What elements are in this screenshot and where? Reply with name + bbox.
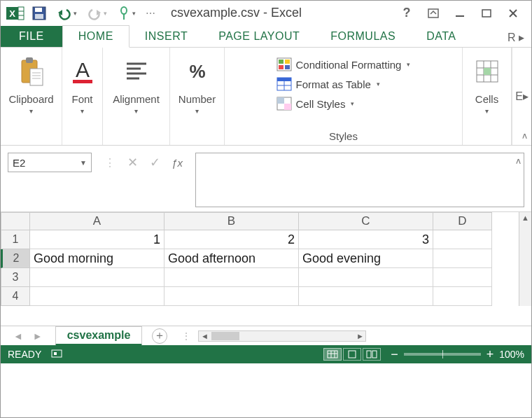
macro-record-icon[interactable] (51, 349, 62, 361)
dropdown-icon[interactable]: ▾ (485, 107, 489, 115)
svg-rect-49 (54, 352, 57, 355)
group-label: Font (71, 93, 92, 106)
formula-options-icon[interactable]: ⋮ (104, 156, 116, 169)
scroll-left-icon[interactable]: ◄ (199, 332, 210, 340)
row-header-4[interactable]: 4 (1, 287, 30, 306)
tab-insert[interactable]: INSERT (130, 26, 203, 47)
group-label: Cells (475, 93, 498, 106)
cell-c4[interactable] (299, 287, 433, 306)
zoom-slider[interactable] (404, 353, 481, 356)
name-box-dropdown-icon[interactable]: ▼ (80, 159, 87, 167)
ribbon-display-button[interactable] (426, 6, 440, 20)
expand-formula-bar-icon[interactable]: ʌ (516, 156, 521, 166)
cells-icon[interactable] (474, 52, 500, 90)
fx-icon[interactable]: ƒx (171, 157, 183, 169)
redo-button[interactable]: ▾ (84, 5, 110, 22)
close-button[interactable] (506, 6, 520, 20)
view-page-layout-icon[interactable] (343, 348, 361, 361)
col-header-b[interactable]: B (164, 212, 299, 230)
enter-icon[interactable]: ✓ (148, 155, 161, 170)
cell-a2[interactable]: Good morning (30, 249, 164, 268)
svg-rect-36 (277, 78, 291, 81)
paste-icon[interactable] (18, 52, 46, 90)
svg-rect-54 (349, 351, 356, 358)
cell-a4[interactable] (30, 287, 164, 306)
cell-a1[interactable]: 1 (30, 230, 164, 249)
cell-d3[interactable] (433, 268, 492, 287)
name-box[interactable]: E2 ▼ (8, 153, 92, 172)
dropdown-icon[interactable]: ▾ (80, 107, 84, 115)
zoom-level[interactable]: 100% (499, 349, 524, 360)
add-sheet-button[interactable]: ＋ (152, 328, 167, 344)
tab-overflow[interactable]: R ▸ (500, 28, 531, 47)
tab-page-layout[interactable]: PAGE LAYOUT (203, 26, 315, 47)
svg-rect-40 (277, 97, 284, 104)
cell-b1[interactable]: 2 (164, 230, 299, 249)
cell-styles-button[interactable]: Cell Styles▾ (276, 97, 411, 111)
cell-b3[interactable] (164, 268, 299, 287)
tab-file[interactable]: FILE (1, 26, 62, 47)
touch-mode-button[interactable]: ▾ (114, 4, 139, 22)
help-icon[interactable]: ? (400, 6, 414, 20)
cell-c1[interactable]: 3 (299, 230, 433, 249)
sheet-split-icon[interactable]: ⋮ (181, 330, 191, 342)
group-editing-overflow[interactable]: E▸ (512, 48, 531, 145)
conditional-formatting-button[interactable]: Conditional Formatting▾ (276, 57, 411, 71)
customize-qat-button[interactable]: ⋯ (143, 6, 158, 20)
window-controls: ? (400, 6, 526, 20)
cell-c2[interactable]: Good evening (299, 249, 433, 268)
tab-data[interactable]: DATA (411, 26, 471, 47)
svg-text:A: A (75, 58, 89, 81)
zoom-in-button[interactable]: + (486, 347, 494, 362)
view-page-break-icon[interactable] (363, 348, 381, 361)
sheet-tab-active[interactable]: csvexample (55, 326, 143, 346)
font-icon[interactable]: A (70, 52, 95, 90)
zoom-out-button[interactable]: − (391, 347, 398, 362)
sheet-prev-icon[interactable]: ◄ (13, 330, 23, 342)
vertical-scrollbar[interactable]: ▲ (519, 212, 531, 306)
cell-d1[interactable] (433, 230, 492, 249)
collapse-ribbon-icon[interactable]: ʌ (522, 131, 527, 141)
group-label: Clipboard (8, 93, 53, 106)
cell-b4[interactable] (164, 287, 299, 306)
row-header-1[interactable]: 1 (1, 230, 30, 249)
dropdown-icon[interactable]: ▾ (29, 107, 33, 115)
cell-a3[interactable] (30, 268, 164, 287)
cell-d2[interactable] (433, 249, 492, 268)
quick-access-toolbar: X ▾ ▾ ▾ ⋯ csvexample.csv - Excel ? (1, 1, 531, 25)
group-cells: Cells ▾ (463, 48, 512, 145)
column-headers: A B C D (1, 212, 519, 230)
formula-input[interactable]: ʌ (195, 153, 524, 207)
format-as-table-button[interactable]: Format as Table▾ (276, 77, 411, 91)
row-header-3[interactable]: 3 (1, 268, 30, 287)
cancel-icon[interactable]: ✕ (126, 155, 139, 170)
cell-d4[interactable] (433, 287, 492, 306)
row-header-2[interactable]: 2 (1, 249, 30, 268)
save-icon[interactable] (29, 4, 50, 22)
sheet-next-icon[interactable]: ► (33, 330, 43, 342)
scroll-right-icon[interactable]: ► (354, 332, 365, 340)
maximize-button[interactable] (479, 6, 493, 20)
col-header-c[interactable]: C (299, 212, 433, 230)
ribbon-tabs: FILE HOME INSERT PAGE LAYOUT FORMULAS DA… (1, 25, 531, 48)
worksheet-grid: A B C D 1 1 2 3 2 Good morning Good afte… (1, 212, 531, 326)
cell-c3[interactable] (299, 268, 433, 287)
col-header-a[interactable]: A (30, 212, 164, 230)
undo-button[interactable]: ▾ (54, 5, 80, 22)
tab-formulas[interactable]: FORMULAS (315, 26, 411, 47)
scroll-thumb[interactable] (211, 332, 239, 340)
dropdown-icon[interactable]: ▾ (134, 107, 138, 115)
view-normal-icon[interactable] (323, 348, 342, 361)
number-icon[interactable]: % (183, 52, 211, 90)
label: Conditional Formatting (296, 59, 402, 71)
alignment-icon[interactable] (124, 52, 149, 90)
minimize-button[interactable] (453, 6, 467, 20)
col-header-d[interactable]: D (433, 212, 492, 230)
conditional-formatting-icon (276, 57, 292, 71)
tab-home[interactable]: HOME (62, 25, 130, 48)
select-all-corner[interactable] (1, 212, 30, 230)
horizontal-scrollbar[interactable]: ◄ ► (198, 330, 366, 342)
cell-b2[interactable]: Good afternoon (164, 249, 299, 268)
row-3: 3 (1, 268, 519, 287)
dropdown-icon[interactable]: ▾ (195, 107, 199, 115)
